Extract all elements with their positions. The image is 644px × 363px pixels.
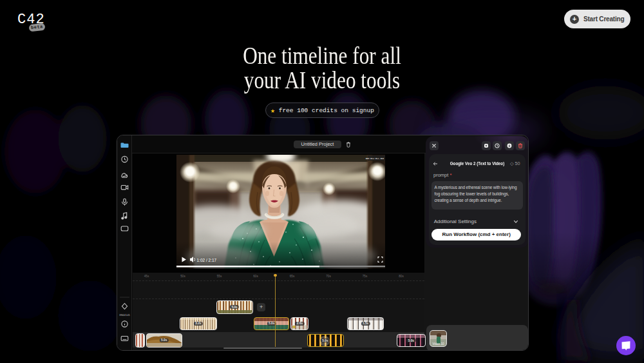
svg-text:3944141: 3944141 xyxy=(119,313,131,317)
svg-text:1:02 / 2:17: 1:02 / 2:17 xyxy=(197,258,217,262)
svg-text:00:01:02.08: 00:01:02.08 xyxy=(366,157,384,160)
